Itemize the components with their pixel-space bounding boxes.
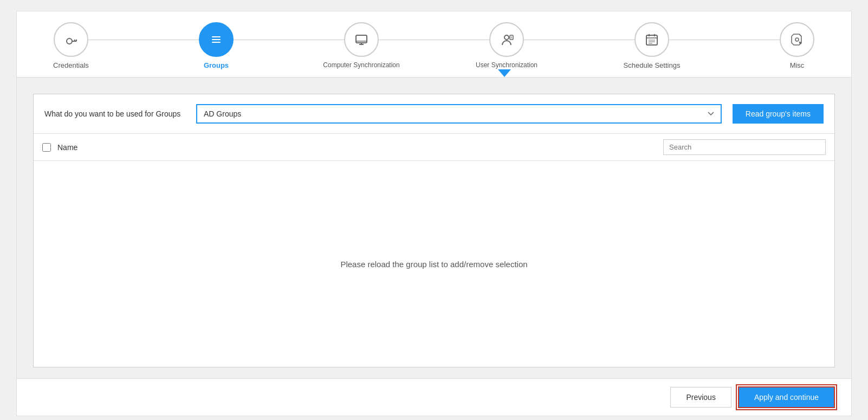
select-all-checkbox[interactable]	[42, 143, 51, 152]
empty-message: Please reload the group list to add/remo…	[340, 260, 527, 269]
svg-rect-6	[212, 42, 221, 43]
stepper: Credentials Groups	[17, 11, 851, 77]
svg-rect-4	[212, 36, 221, 37]
step-credentials-circle	[54, 22, 88, 57]
step-groups[interactable]: Groups	[184, 22, 249, 69]
groups-header: What do you want to be used for Groups A…	[34, 94, 834, 133]
read-groups-button[interactable]: Read group's items	[733, 104, 824, 124]
step-user-sync-circle	[489, 22, 524, 57]
step-groups-circle	[199, 22, 234, 57]
apply-continue-button[interactable]: Apply and continue	[738, 386, 835, 408]
table-header: Name	[34, 134, 834, 161]
step-schedule[interactable]: Schedule Settings	[619, 22, 684, 69]
table-body: Please reload the group list to add/remo…	[34, 161, 834, 367]
table-area: Name Please reload the group list to add…	[34, 133, 834, 367]
svg-rect-12	[510, 35, 513, 40]
svg-line-22	[799, 34, 801, 36]
svg-point-11	[504, 35, 509, 40]
svg-rect-5	[212, 39, 221, 40]
groups-section: What do you want to be used for Groups A…	[33, 94, 835, 367]
step-computer-sync[interactable]: Computer Synchronization	[329, 22, 394, 69]
svg-point-23	[795, 38, 799, 41]
step-credentials-label: Credentials	[53, 61, 89, 69]
step-schedule-circle	[634, 22, 669, 57]
content-area: What do you want to be used for Groups A…	[17, 77, 851, 378]
step-groups-label: Groups	[204, 61, 229, 69]
step-misc-circle	[780, 22, 814, 57]
step-user-sync-label: User Synchronization	[476, 61, 537, 69]
stepper-indicator	[38, 69, 830, 77]
step-misc[interactable]: Misc	[765, 22, 830, 69]
step-schedule-label: Schedule Settings	[624, 61, 681, 69]
footer: Previous Apply and continue	[17, 378, 851, 416]
step-misc-label: Misc	[790, 61, 805, 69]
step-computer-sync-label: Computer Synchronization	[323, 61, 399, 69]
step-computer-sync-circle	[344, 22, 379, 57]
step-user-sync[interactable]: User Synchronization	[474, 22, 539, 69]
step-credentials[interactable]: Credentials	[38, 22, 103, 69]
search-input[interactable]	[663, 139, 826, 155]
name-column-header: Name	[57, 143, 663, 152]
previous-button[interactable]: Previous	[670, 387, 731, 408]
svg-point-0	[67, 38, 72, 44]
svg-rect-7	[356, 35, 367, 43]
groups-label: What do you want to be used for Groups	[44, 109, 185, 118]
groups-dropdown[interactable]: AD Groups OU Custom	[196, 104, 722, 124]
